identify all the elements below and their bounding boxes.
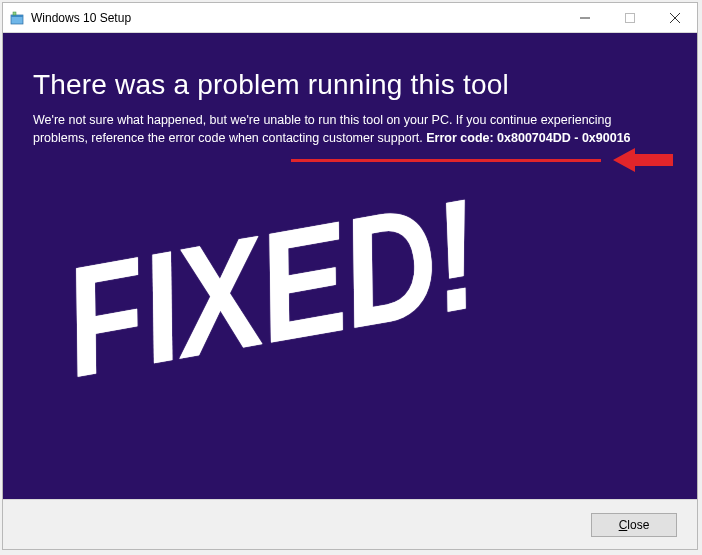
error-code: Error code: 0x800704DD - 0x90016 (426, 131, 630, 145)
error-description: We're not sure what happened, but we're … (33, 111, 667, 147)
content-area: There was a problem running this tool We… (3, 33, 697, 499)
close-button-accel: C (619, 518, 628, 532)
svg-rect-1 (11, 15, 23, 17)
annotation-fixed-stamp: FIXED! (51, 163, 490, 412)
app-icon (9, 10, 25, 26)
close-window-button[interactable] (652, 3, 697, 33)
error-heading: There was a problem running this tool (33, 69, 667, 101)
close-button-label: lose (627, 518, 649, 532)
footer-bar: Close (3, 499, 697, 549)
maximize-button (607, 3, 652, 33)
svg-rect-4 (625, 14, 634, 23)
titlebar: Windows 10 Setup (3, 3, 697, 33)
window-title: Windows 10 Setup (31, 11, 562, 25)
setup-window: Windows 10 Setup There was a problem run… (2, 2, 698, 550)
annotation-underline (291, 159, 601, 162)
svg-rect-2 (13, 12, 16, 15)
svg-marker-7 (613, 148, 673, 172)
window-controls (562, 3, 697, 32)
close-button[interactable]: Close (591, 513, 677, 537)
annotation-arrow-icon (613, 146, 673, 178)
minimize-button[interactable] (562, 3, 607, 33)
